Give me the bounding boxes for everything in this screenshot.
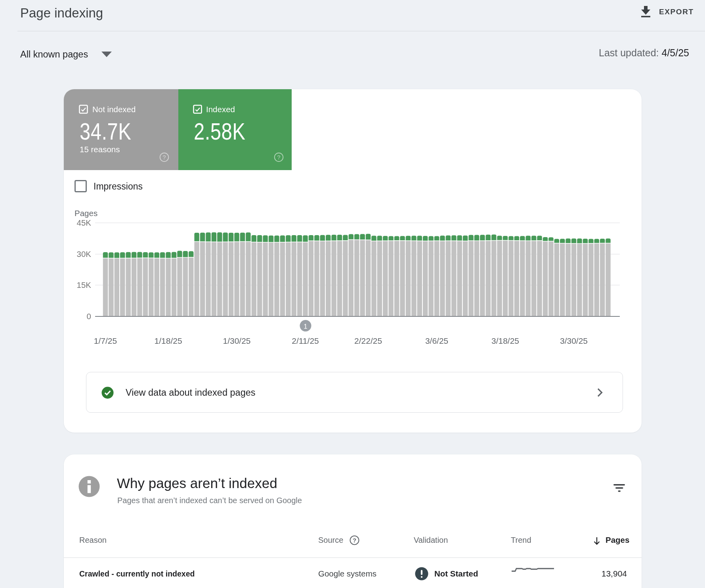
svg-text:?: ?	[353, 537, 356, 544]
svg-text:?: ?	[162, 154, 166, 161]
svg-text:?: ?	[277, 154, 280, 161]
